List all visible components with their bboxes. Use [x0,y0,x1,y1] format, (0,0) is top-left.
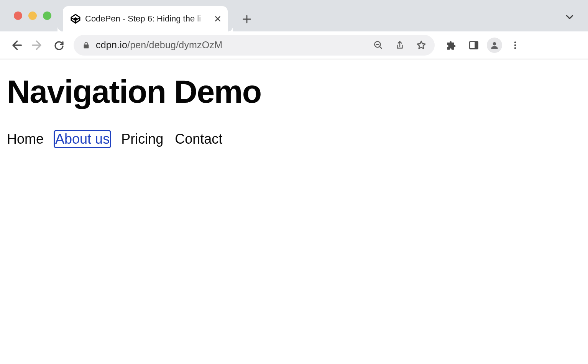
kebab-menu-button[interactable] [506,36,524,54]
browser-chrome: CodePen - Step 6: Hiding the li cd [0,0,588,59]
profile-button[interactable] [487,38,502,53]
lock-icon [82,41,90,49]
zoom-icon[interactable] [370,37,386,53]
url-path: /pen/debug/dymzOzM [127,39,222,50]
url-text: cdpn.io/pen/debug/dymzOzM [96,39,365,51]
nav-link-pricing[interactable]: Pricing [121,131,163,147]
page-heading: Navigation Demo [7,75,581,108]
tab-strip: CodePen - Step 6: Hiding the li [0,0,588,31]
toolbar-right [442,36,524,54]
tab-title: CodePen - Step 6: Hiding the li [85,14,209,24]
window-close-button[interactable] [14,11,22,20]
svg-point-6 [514,47,516,49]
back-button[interactable] [7,36,25,54]
nav-link-contact[interactable]: Contact [175,131,222,147]
url-host: cdpn.io [96,39,127,50]
forward-button[interactable] [28,36,47,54]
demo-nav: Home About us Pricing Contact [7,131,581,147]
svg-rect-2 [475,41,478,49]
browser-tab[interactable]: CodePen - Step 6: Hiding the li [63,6,228,31]
extensions-button[interactable] [442,36,461,54]
browser-toolbar: cdpn.io/pen/debug/dymzOzM [0,31,588,59]
svg-point-5 [514,44,516,46]
codepen-icon [71,14,80,24]
reload-button[interactable] [50,36,68,54]
bookmark-star-icon[interactable] [413,37,429,53]
page-content: Navigation Demo Home About us Pricing Co… [0,59,588,147]
window-fullscreen-button[interactable] [43,11,51,20]
nav-link-about-us[interactable]: About us [55,131,110,147]
nav-link-home[interactable]: Home [7,131,44,147]
sidepanel-button[interactable] [465,36,483,54]
svg-point-3 [493,42,496,45]
tab-close-button[interactable] [214,15,222,23]
window-minimize-button[interactable] [28,11,37,20]
tabs-dropdown-button[interactable] [562,9,577,25]
svg-point-4 [514,41,516,43]
new-tab-button[interactable] [238,11,255,28]
address-bar[interactable]: cdpn.io/pen/debug/dymzOzM [74,35,435,56]
window-traffic-lights [7,11,55,31]
share-icon[interactable] [392,37,408,53]
